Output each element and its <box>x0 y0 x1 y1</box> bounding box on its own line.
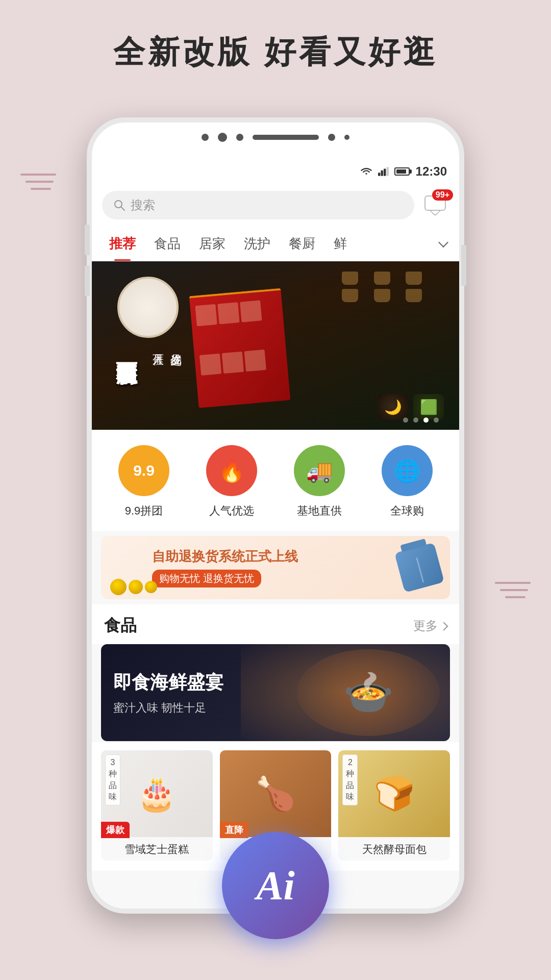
nav-tab-recommend[interactable]: 推荐 <box>100 227 145 261</box>
product-tag-cake: 3种品味 <box>105 754 120 805</box>
sensor-dot-1 <box>202 134 209 141</box>
food-section-title: 食品 <box>104 615 137 637</box>
message-badge: 99+ <box>432 189 453 201</box>
signal-icon <box>378 167 389 176</box>
product-card-cake[interactable]: 🎂 3种品味 爆款 雪域芝士蛋糕 <box>101 750 213 861</box>
wifi-icon <box>360 166 373 177</box>
search-placeholder-text: 搜索 <box>131 197 155 213</box>
power-button <box>461 245 466 286</box>
volume-up-button <box>85 225 90 255</box>
status-bar: 12:30 <box>92 159 459 184</box>
search-bar: 搜索 99+ <box>92 184 459 227</box>
food-banner-title: 即食海鲜盛宴 <box>113 670 223 695</box>
banner-dots <box>403 418 439 423</box>
svg-rect-2 <box>384 169 386 176</box>
icon-item-99[interactable]: 9.9 9.9拼团 <box>100 445 188 519</box>
icon-circle-red: 🔥 <box>206 445 257 496</box>
svg-rect-1 <box>381 170 383 176</box>
nav-tab-fresh[interactable]: 鲜 <box>324 227 356 261</box>
promo-sub-badge: 购物无忧 退换货无忧 <box>152 570 261 587</box>
nav-tab-home[interactable]: 居家 <box>190 227 235 261</box>
icon-fire-text: 🔥 <box>218 458 245 483</box>
icon-label-supply: 基地直供 <box>297 503 342 519</box>
icon-circle-blue: 🌐 <box>382 445 433 496</box>
tea-cups <box>342 272 434 302</box>
hero-banner[interactable]: 🌙 🟩 圆满中秋汇百香 月下佳人 岁岁品优选 <box>92 261 459 430</box>
banner-gift-box <box>189 288 290 408</box>
ai-button[interactable]: Ai <box>222 832 329 939</box>
sensor-dot-3 <box>236 134 243 141</box>
promo-package <box>394 543 444 593</box>
promo-title: 自助退换货系统正式上线 <box>152 548 399 566</box>
volume-down-button <box>85 265 90 296</box>
banner-food-items: 🌙 🟩 <box>378 394 444 420</box>
icon-item-popular[interactable]: 🔥 人气优选 <box>188 445 276 519</box>
status-time: 12:30 <box>416 164 447 179</box>
icon-label-global: 全球购 <box>390 503 424 519</box>
nav-tab-wash[interactable]: 洗护 <box>235 227 280 261</box>
sensor-dot-2 <box>218 133 227 142</box>
search-input[interactable]: 搜索 <box>102 191 414 219</box>
food-banner-subtitle: 蜜汁入味 韧性十足 <box>113 700 223 716</box>
search-icon <box>113 199 126 211</box>
phone-sensors <box>202 133 349 142</box>
nav-tab-food[interactable]: 食品 <box>145 227 190 261</box>
sensor-dot-5 <box>344 135 349 140</box>
promo-coins <box>110 579 157 595</box>
svg-rect-3 <box>386 167 388 176</box>
promo-banner[interactable]: 自助退换货系统正式上线 购物无忧 退换货无忧 <box>101 536 450 599</box>
promo-text: 自助退换货系统正式上线 购物无忧 退换货无忧 <box>152 548 399 587</box>
sensor-dot-4 <box>328 134 335 141</box>
icon-label-99: 9.9拼团 <box>125 503 163 519</box>
phone-frame: 12:30 搜索 99+ 推荐 <box>87 117 464 914</box>
icon-truck-text: 🚚 <box>306 458 333 483</box>
product-img-bread: 🍞 2种品味 <box>338 750 450 837</box>
deco-lines-left-top <box>20 174 56 190</box>
icon-item-supply[interactable]: 🚚 基地直供 <box>276 445 363 519</box>
product-name-bread: 天然酵母面包 <box>338 837 450 861</box>
nav-tab-kitchen[interactable]: 餐厨 <box>280 227 324 261</box>
icon-circle-green: 🚚 <box>294 445 345 496</box>
icon-99-text: 9.9 <box>133 462 155 479</box>
icon-circle-orange: 9.9 <box>118 445 169 496</box>
page-title: 全新改版 好看又好逛 <box>0 31 551 74</box>
svg-rect-0 <box>378 173 380 176</box>
product-badge-discount: 直降 <box>220 822 248 838</box>
icon-label-popular: 人气优选 <box>209 503 254 519</box>
food-more-button[interactable]: 更多 <box>413 618 447 634</box>
icon-grid: 9.9 9.9拼团 🔥 人气优选 🚚 基地直供 🌐 全球购 <box>92 431 459 531</box>
food-banner[interactable]: 🍲 即食海鲜盛宴 蜜汁入味 韧性十足 <box>101 644 450 741</box>
product-card-bread[interactable]: 🍞 2种品味 天然酵母面包 <box>338 750 450 861</box>
food-banner-text: 即食海鲜盛宴 蜜汁入味 韧性十足 <box>101 658 236 728</box>
deco-lines-right-bottom <box>495 582 531 598</box>
phone-screen: 12:30 搜索 99+ 推荐 <box>92 159 459 909</box>
nav-more-button[interactable] <box>436 234 451 254</box>
nav-tabs: 推荐 食品 居家 洗护 餐厨 鲜 <box>92 227 459 261</box>
icon-item-global[interactable]: 🌐 全球购 <box>363 445 451 519</box>
food-section-header: 食品 更多 <box>92 604 459 644</box>
product-badge-hot: 爆款 <box>101 822 130 838</box>
product-name-cake: 雪域芝士蛋糕 <box>101 837 213 861</box>
banner-plate <box>117 277 179 338</box>
icon-globe-text: 🌐 <box>394 458 420 483</box>
message-button[interactable]: 99+ <box>421 191 449 219</box>
sensor-bar <box>253 135 319 140</box>
food-banner-image: 🍲 <box>297 649 440 736</box>
svg-line-5 <box>121 207 125 211</box>
battery-icon <box>394 167 410 176</box>
product-tag-bread: 2种品味 <box>342 754 358 805</box>
